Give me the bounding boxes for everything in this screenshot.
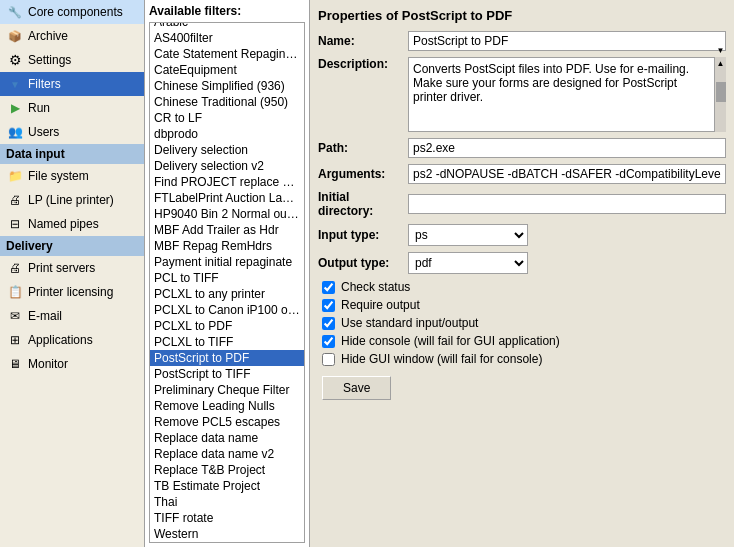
list-item[interactable]: CateEquipment <box>150 62 304 78</box>
arguments-row: Arguments: <box>318 164 726 184</box>
core-icon <box>6 3 24 21</box>
list-item[interactable]: PostScript to TIFF <box>150 366 304 382</box>
sidebar-label-named-pipes: Named pipes <box>28 217 99 231</box>
monitor-icon <box>6 355 24 373</box>
description-scrollbar: ▲ ▼ <box>714 57 726 132</box>
checkbox-row: Check status <box>322 280 726 294</box>
list-item[interactable]: Replace data name <box>150 430 304 446</box>
filters-icon <box>6 75 24 93</box>
sidebar-item-applications[interactable]: Applications <box>0 328 144 352</box>
list-item[interactable]: Cate Statement Repaginate as F <box>150 46 304 62</box>
input-type-row: Input type: pspdfpcltiff <box>318 224 726 246</box>
use-standard-io-checkbox[interactable] <box>322 317 335 330</box>
sidebar-label-core: Core components <box>28 5 123 19</box>
sidebar-label-print-servers: Print servers <box>28 261 95 275</box>
pipe-icon <box>6 215 24 233</box>
list-item[interactable]: Replace T&B Project <box>150 462 304 478</box>
list-item[interactable]: HP9040 Bin 2 Normal output <box>150 206 304 222</box>
sidebar-item-run[interactable]: Run <box>0 96 144 120</box>
list-item[interactable]: Replace data name v2 <box>150 446 304 462</box>
licensing-icon <box>6 283 24 301</box>
scroll-up-arrow[interactable]: ▲ <box>715 57 727 70</box>
sidebar-label-lp: LP (Line printer) <box>28 193 114 207</box>
arguments-input[interactable] <box>408 164 726 184</box>
sidebar-item-named-pipes[interactable]: Named pipes <box>0 212 144 236</box>
sidebar-item-monitor[interactable]: Monitor <box>0 352 144 376</box>
list-item[interactable]: PCLXL to Canon iP100 on Plato <box>150 302 304 318</box>
sidebar-item-print-servers[interactable]: Print servers <box>0 256 144 280</box>
list-item[interactable]: PostScript to PDF <box>150 350 304 366</box>
applications-icon <box>6 331 24 349</box>
list-item[interactable]: PCLXL to PDF <box>150 318 304 334</box>
initial-directory-input[interactable] <box>408 194 726 214</box>
list-item[interactable]: Remove Leading Nulls <box>150 398 304 414</box>
email-icon <box>6 307 24 325</box>
sidebar-item-lp[interactable]: LP (Line printer) <box>0 188 144 212</box>
list-item[interactable]: dbprodo <box>150 126 304 142</box>
settings-icon <box>6 51 24 69</box>
hide-gui-window-label: Hide GUI window (will fail for console) <box>341 352 542 366</box>
scroll-down-arrow[interactable]: ▼ <box>715 44 727 57</box>
filter-list[interactable]: ArabicAS400filterCate Statement Repagina… <box>149 22 305 543</box>
hide-console-label: Hide console (will fail for GUI applicat… <box>341 334 560 348</box>
name-input[interactable] <box>408 31 726 51</box>
sidebar-item-filters[interactable]: Filters <box>0 72 144 96</box>
sidebar: Core components Archive Settings Filters… <box>0 0 145 547</box>
checkbox-row: Require output <box>322 298 726 312</box>
list-item[interactable]: TB Estimate Project <box>150 478 304 494</box>
output-type-row: Output type: pdfpstiff <box>318 252 726 274</box>
list-item[interactable]: PCLXL to TIFF <box>150 334 304 350</box>
list-item[interactable]: Western <box>150 526 304 542</box>
list-item[interactable]: MBF Repag RemHdrs <box>150 238 304 254</box>
sidebar-label-settings: Settings <box>28 53 71 67</box>
list-item[interactable]: Find PROJECT replace with Std S <box>150 174 304 190</box>
list-item[interactable]: CR to LF <box>150 110 304 126</box>
input-type-select[interactable]: pspdfpcltiff <box>408 224 528 246</box>
data-input-section-header: Data input <box>0 144 144 164</box>
filter-list-label: Available filters: <box>149 4 305 18</box>
description-row: Description: ▲ ▼ <box>318 57 726 132</box>
list-item[interactable]: Delivery selection <box>150 142 304 158</box>
description-wrapper: ▲ ▼ <box>408 57 726 132</box>
list-item[interactable]: Preliminary Cheque Filter <box>150 382 304 398</box>
path-label: Path: <box>318 141 408 155</box>
list-item[interactable]: Arabic <box>150 22 304 30</box>
sidebar-item-file-system[interactable]: File system <box>0 164 144 188</box>
use-standard-io-label: Use standard input/output <box>341 316 478 330</box>
output-type-select[interactable]: pdfpstiff <box>408 252 528 274</box>
save-button[interactable]: Save <box>322 376 391 400</box>
list-item[interactable]: FTLabelPrint Auction Label to Pos <box>150 190 304 206</box>
description-label: Description: <box>318 57 408 71</box>
arguments-label: Arguments: <box>318 167 408 181</box>
sidebar-item-printer-licensing[interactable]: Printer licensing <box>0 280 144 304</box>
sidebar-label-filters: Filters <box>28 77 61 91</box>
description-textarea[interactable] <box>408 57 714 132</box>
scrollbar-thumb <box>716 82 726 102</box>
sidebar-item-archive[interactable]: Archive <box>0 24 144 48</box>
list-item[interactable]: AS400filter <box>150 30 304 46</box>
list-item[interactable]: PCLXL to any printer <box>150 286 304 302</box>
sidebar-label-applications: Applications <box>28 333 93 347</box>
list-item[interactable]: Payment initial repaginate <box>150 254 304 270</box>
list-item[interactable]: TIFF rotate <box>150 510 304 526</box>
sidebar-item-settings[interactable]: Settings <box>0 48 144 72</box>
list-item[interactable]: Chinese Simplified (936) <box>150 78 304 94</box>
list-item[interactable]: Chinese Traditional (950) <box>150 94 304 110</box>
folder-icon <box>6 167 24 185</box>
list-item[interactable]: Thai <box>150 494 304 510</box>
hide-console-checkbox[interactable] <box>322 335 335 348</box>
initial-directory-row: Initial directory: <box>318 190 726 218</box>
sidebar-item-core-components[interactable]: Core components <box>0 0 144 24</box>
list-item[interactable]: PCL to TIFF <box>150 270 304 286</box>
sidebar-item-email[interactable]: E-mail <box>0 304 144 328</box>
hide-gui-window-checkbox[interactable] <box>322 353 335 366</box>
list-item[interactable]: Remove PCL5 escapes <box>150 414 304 430</box>
list-item[interactable]: Delivery selection v2 <box>150 158 304 174</box>
path-input[interactable] <box>408 138 726 158</box>
list-item[interactable]: MBF Add Trailer as Hdr <box>150 222 304 238</box>
check-status-checkbox[interactable] <box>322 281 335 294</box>
output-type-label: Output type: <box>318 256 408 270</box>
properties-title: Properties of PostScript to PDF <box>318 8 726 23</box>
require-output-checkbox[interactable] <box>322 299 335 312</box>
sidebar-item-users[interactable]: Users <box>0 120 144 144</box>
